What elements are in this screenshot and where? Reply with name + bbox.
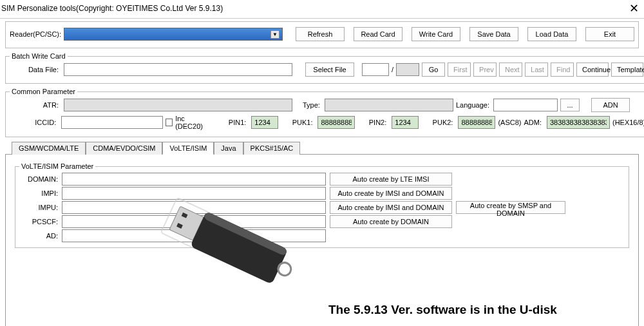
- tab-volte[interactable]: VoLTE/ISIM: [162, 142, 214, 155]
- usb-drive-image: [148, 190, 316, 306]
- puk2-label: PUK2:: [433, 119, 456, 126]
- auto-smsp-button[interactable]: Auto create by SMSP and DOMAIN: [456, 201, 565, 214]
- iccid-label: ICCID:: [10, 119, 59, 126]
- adm-label: ADM:: [524, 119, 544, 126]
- read-card-button[interactable]: Read Card: [354, 27, 402, 41]
- atr-label: ATR:: [10, 101, 61, 109]
- auto-lte-button[interactable]: Auto create by LTE IMSI: [330, 173, 452, 186]
- continue-button[interactable]: Continue: [576, 62, 609, 77]
- domain-label: DOMAIN:: [19, 175, 58, 183]
- slash-label: /: [392, 66, 393, 73]
- template-button[interactable]: Template: [611, 62, 643, 77]
- asc8-label: (ASC8): [498, 119, 521, 126]
- puk1-label: PUK1:: [292, 119, 316, 126]
- puk1-input[interactable]: [317, 116, 355, 129]
- inc-label: Inc (DEC20): [175, 115, 213, 130]
- load-data-button[interactable]: Load Data: [527, 27, 576, 41]
- tab-pkcs[interactable]: PKCS#15/AC: [243, 142, 301, 155]
- first-button[interactable]: First: [448, 62, 471, 77]
- select-file-button[interactable]: Select File: [305, 62, 354, 77]
- pcscf-label: PCSCF:: [19, 218, 58, 225]
- puk2-input[interactable]: [458, 116, 495, 129]
- pin2-input[interactable]: [392, 116, 419, 129]
- auto-imsi-domain2-button[interactable]: Auto create by IMSI and DOMAIN: [330, 201, 452, 214]
- close-icon[interactable]: ✕: [629, 1, 639, 15]
- volte-legend: VoLTE/ISIM Parameter: [19, 162, 95, 170]
- go-button[interactable]: Go: [422, 62, 445, 77]
- auto-imsi-domain-button[interactable]: Auto create by IMSI and DOMAIN: [330, 187, 452, 200]
- adn-button[interactable]: ADN: [591, 98, 630, 112]
- window-title: SIM Personalize tools(Copyright: OYEITIM…: [1, 4, 223, 13]
- page-current-input[interactable]: [362, 63, 389, 76]
- reader-combo[interactable]: [64, 28, 283, 41]
- hex-label: (HEX16/8): [612, 119, 644, 126]
- tab-gsm[interactable]: GSM/WCDMA/LTE: [12, 142, 86, 155]
- auto-domain-button[interactable]: Auto create by DOMAIN: [330, 215, 452, 228]
- exit-button[interactable]: Exit: [585, 27, 634, 41]
- iccid-input[interactable]: [61, 116, 162, 129]
- pin1-label: PIN1:: [229, 119, 249, 126]
- write-card-button[interactable]: Write Card: [412, 27, 460, 41]
- impi-label: IMPI:: [19, 189, 58, 197]
- language-label: Language:: [456, 101, 491, 109]
- last-button[interactable]: Last: [525, 62, 548, 77]
- tab-cdma[interactable]: CDMA/EVDO/CSIM: [86, 142, 162, 155]
- data-file-input[interactable]: [64, 63, 292, 76]
- type-input: [325, 99, 453, 111]
- ad-label: AD:: [19, 232, 58, 240]
- atr-input: [64, 99, 292, 111]
- prev-button[interactable]: Prev: [473, 62, 497, 77]
- bottom-text: The 5.9.13 Ver. software is in the U-dis…: [328, 303, 557, 317]
- language-dots-button[interactable]: ...: [560, 99, 580, 111]
- save-data-button[interactable]: Save Data: [469, 27, 518, 41]
- pin2-label: PIN2:: [369, 119, 390, 126]
- common-legend: Common Parameter: [10, 88, 77, 95]
- next-button[interactable]: Next: [499, 62, 522, 77]
- domain-input[interactable]: [62, 173, 326, 186]
- adm-input[interactable]: [547, 116, 610, 129]
- language-input[interactable]: [493, 99, 558, 111]
- pin1-input[interactable]: [251, 116, 278, 129]
- reader-label: Reader(PC/SC):: [10, 30, 61, 38]
- find-button[interactable]: Find: [551, 62, 574, 77]
- tab-java[interactable]: Java: [214, 142, 243, 155]
- refresh-button[interactable]: Refresh: [296, 27, 345, 41]
- type-label: Type:: [303, 101, 322, 109]
- data-file-label: Data File:: [10, 66, 61, 73]
- inc-checkbox[interactable]: [166, 119, 173, 126]
- page-total-input: [396, 63, 419, 76]
- batch-legend: Batch Write Card: [10, 52, 68, 60]
- impu-label: IMPU:: [19, 204, 58, 211]
